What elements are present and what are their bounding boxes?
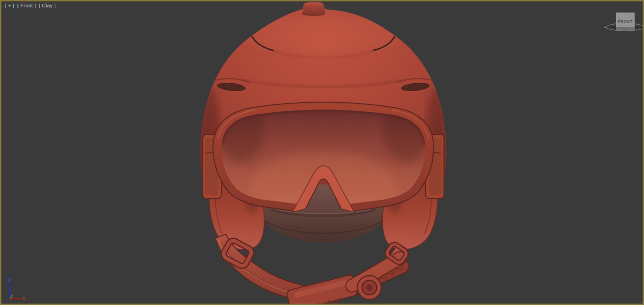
viewcube-front-label: FRONT [618, 19, 632, 24]
viewport-menu-general[interactable]: [ + ] [5, 3, 14, 8]
helmet-3d-model[interactable] [1, 1, 643, 304]
viewport-menu-point-of-view[interactable]: [ Front ] [17, 3, 36, 8]
top-vent-switch [302, 5, 325, 16]
world-axis-gizmo: Z X [3, 277, 49, 303]
viewport-menu-shading[interactable]: [ Clay ] [39, 3, 56, 8]
axis-z-label: Z [8, 278, 11, 283]
viewport-front-clay[interactable]: [ + ] [ Front ] [ Clay ] [0, 0, 644, 305]
chin-strap[interactable] [215, 234, 411, 304]
axis-x-label: X [22, 296, 25, 301]
viewcube[interactable]: FRONT [569, 7, 643, 41]
viewport-label: [ + ] [ Front ] [ Clay ] [5, 3, 57, 8]
viewcube-front-face[interactable]: FRONT [616, 13, 634, 30]
